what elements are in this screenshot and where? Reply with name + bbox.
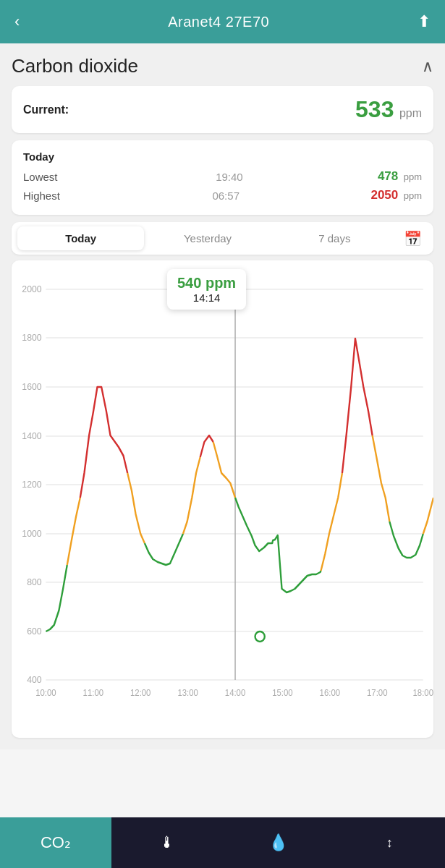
back-button[interactable]: ‹ xyxy=(14,12,20,31)
lowest-label: Lowest xyxy=(23,171,81,183)
nav-temperature[interactable]: 🌡 xyxy=(111,833,223,852)
lowest-row: Lowest 19:40 478 ppm xyxy=(23,167,422,186)
chart-tooltip: 540 ppm 14:14 xyxy=(167,269,246,310)
pressure-icon: ↕ xyxy=(386,835,393,851)
current-unit: ppm xyxy=(399,107,422,119)
today-title: Today xyxy=(23,150,422,163)
lowest-unit: ppm xyxy=(404,171,422,182)
nav-humidity[interactable]: 💧 xyxy=(223,833,334,852)
calendar-icon[interactable]: 📅 xyxy=(398,227,428,250)
highest-time: 06:57 xyxy=(81,190,370,202)
highest-unit: ppm xyxy=(404,190,422,201)
header-title: Aranet4 27E70 xyxy=(168,14,269,30)
svg-text:10:00: 10:00 xyxy=(35,688,56,697)
today-card: Today Lowest 19:40 478 ppm Highest 06:57… xyxy=(12,140,433,215)
tab-7days[interactable]: 7 days xyxy=(271,226,398,250)
svg-text:1200: 1200 xyxy=(22,480,41,490)
bottom-nav: CO₂ 🌡 💧 ↕ xyxy=(0,817,445,868)
chart-svg[interactable]: 2000 1800 1600 1400 1200 1000 800 600 40… xyxy=(12,268,433,702)
svg-text:1000: 1000 xyxy=(22,529,41,539)
current-row: Current: 533 ppm xyxy=(23,96,422,123)
share-button[interactable]: ⬆ xyxy=(418,12,431,31)
chart-container[interactable]: 540 ppm 14:14 2000 1800 1600 1400 1200 1… xyxy=(12,260,433,738)
current-label: Current: xyxy=(23,103,69,116)
nav-co2[interactable]: CO₂ xyxy=(0,817,111,868)
svg-point-28 xyxy=(255,631,265,642)
humidity-icon: 💧 xyxy=(268,833,288,852)
svg-text:1800: 1800 xyxy=(22,333,41,343)
svg-text:12:00: 12:00 xyxy=(130,688,151,697)
lowest-value-row: 478 ppm xyxy=(378,169,422,184)
svg-text:1400: 1400 xyxy=(22,431,41,441)
highest-label: Highest xyxy=(23,190,81,202)
svg-text:15:00: 15:00 xyxy=(272,688,293,697)
current-value: 533 xyxy=(355,96,394,122)
temperature-icon: 🌡 xyxy=(159,833,175,852)
svg-text:11:00: 11:00 xyxy=(83,688,104,697)
highest-row: Highest 06:57 2050 ppm xyxy=(23,186,422,205)
highest-value: 2050 xyxy=(370,188,398,202)
highest-value-row: 2050 ppm xyxy=(370,188,422,203)
tooltip-value: 540 ppm xyxy=(177,275,236,292)
svg-text:18:00: 18:00 xyxy=(413,688,433,697)
collapse-icon[interactable]: ∧ xyxy=(422,57,433,76)
nav-pressure[interactable]: ↕ xyxy=(334,835,445,851)
svg-text:14:00: 14:00 xyxy=(225,688,246,697)
svg-text:600: 600 xyxy=(27,626,42,637)
tab-yesterday[interactable]: Yesterday xyxy=(144,226,271,250)
svg-text:16:00: 16:00 xyxy=(320,688,341,697)
tab-today[interactable]: Today xyxy=(17,226,144,250)
lowest-time: 19:40 xyxy=(81,171,378,183)
lowest-value: 478 xyxy=(378,169,398,183)
section-title-row: Carbon dioxide ∧ xyxy=(12,55,433,77)
header: ‹ Aranet4 27E70 ⬆ xyxy=(0,0,445,43)
tabs-row: Today Yesterday 7 days 📅 xyxy=(12,222,433,255)
tooltip-time: 14:14 xyxy=(177,292,236,304)
co2-icon: CO₂ xyxy=(41,833,71,852)
svg-text:2000: 2000 xyxy=(22,284,41,294)
svg-text:800: 800 xyxy=(27,577,42,587)
svg-text:13:00: 13:00 xyxy=(177,688,198,697)
svg-text:400: 400 xyxy=(27,675,42,685)
current-card: Current: 533 ppm xyxy=(12,86,433,133)
main-content: Carbon dioxide ∧ Current: 533 ppm Today … xyxy=(0,43,445,749)
section-title: Carbon dioxide xyxy=(12,55,138,77)
svg-text:17:00: 17:00 xyxy=(367,688,388,697)
current-value-row: 533 ppm xyxy=(355,96,422,123)
svg-text:1600: 1600 xyxy=(22,382,41,392)
